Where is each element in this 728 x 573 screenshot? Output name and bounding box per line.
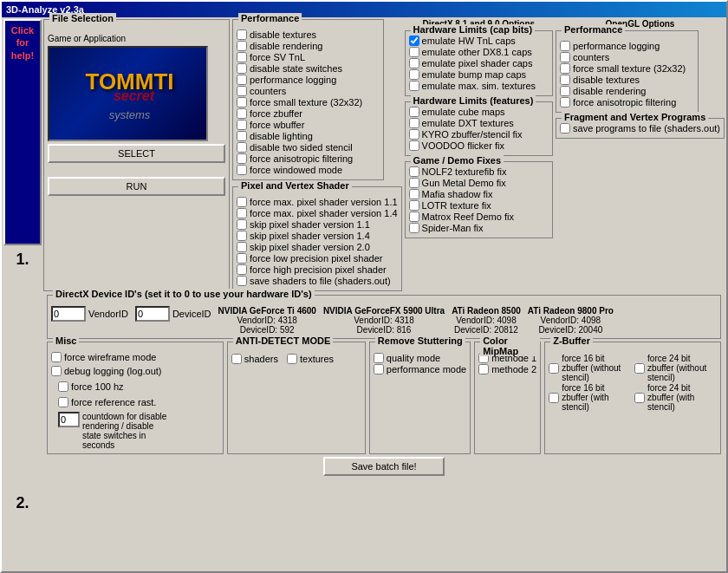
checkbox-11[interactable] [237, 153, 247, 164]
checkbox-10[interactable] [237, 142, 247, 153]
right-content: File Selection Game or Application TOMMT… [43, 19, 725, 570]
checkbox-4[interactable] [560, 86, 570, 96]
run-button[interactable]: RUN [48, 177, 225, 196]
checkbox-1[interactable] [409, 178, 419, 188]
fragment-group: Fragment and Vertex Programs save progra… [556, 118, 725, 139]
checkbox-5[interactable] [237, 86, 247, 96]
select-button[interactable]: SELECT [48, 144, 225, 163]
checkbox-3[interactable] [409, 69, 419, 80]
misc-wireframe: force wireframe mode [51, 352, 162, 362]
anti-detect-textures-cb[interactable] [287, 354, 297, 364]
checkbox-0[interactable] [560, 41, 570, 51]
list-item: force max. pixel shader version 1.4 [237, 208, 398, 218]
stutter-perf-cb[interactable] [374, 364, 384, 374]
misc-title: Misc [53, 335, 79, 346]
vendor-id-input[interactable] [51, 306, 86, 322]
checkbox-6[interactable] [237, 97, 247, 107]
checkbox-1[interactable] [560, 52, 570, 62]
list-item: performance logging [560, 41, 694, 51]
checkbox-label: disable state switches [250, 63, 342, 74]
list-item: force zbuffer [237, 108, 380, 119]
zbuffer-16-nostencil-label: force 16 bit zbuffer (without stencil) [562, 354, 631, 382]
anti-detect-shaders-cb[interactable] [231, 354, 242, 364]
checkbox-7[interactable] [237, 276, 247, 286]
checkbox-2[interactable] [409, 58, 419, 68]
checkbox-5[interactable] [409, 223, 419, 233]
device-field: DeviceID [135, 306, 211, 322]
misc-refref-cb[interactable] [58, 397, 68, 407]
checkbox-3[interactable] [409, 140, 419, 151]
checkbox-4[interactable] [409, 212, 419, 222]
list-item: emulate cube maps [409, 107, 549, 117]
list-item: force small texture (32x32) [237, 97, 380, 107]
checkbox-6[interactable] [237, 264, 247, 275]
checkbox-4[interactable] [237, 242, 247, 252]
misc-wireframe-cb[interactable] [51, 352, 62, 362]
checkbox-label: KYRO zbuffer/stencil fix [422, 129, 523, 140]
save-batch-button[interactable]: Save batch file! [323, 457, 444, 476]
checkbox-0[interactable] [237, 29, 247, 40]
checkbox-3[interactable] [560, 75, 570, 85]
checkbox-2[interactable] [409, 129, 419, 140]
pixel-shader-title: Pixel and Vertex Shader [238, 180, 352, 191]
checkbox-label: force small texture (32x32) [250, 97, 362, 107]
checkbox-0[interactable] [409, 166, 419, 177]
remove-stutter-inner: quality mode performance mode [374, 353, 466, 374]
countdown-input[interactable] [58, 412, 80, 427]
device-id-input[interactable] [135, 306, 170, 322]
mipmap-method2: methode 2 [478, 364, 536, 374]
checkbox-3[interactable] [409, 200, 419, 211]
zbuffer-inner: force 16 bit zbuffer (without stencil) f… [549, 353, 717, 413]
checkbox-3[interactable] [237, 231, 247, 241]
checkbox-0[interactable] [237, 197, 247, 207]
checkbox-2[interactable] [237, 52, 247, 62]
checkbox-9[interactable] [237, 131, 247, 141]
checkbox-8[interactable] [237, 120, 247, 130]
checkbox-1[interactable] [409, 47, 419, 57]
zbuffer-16-stencil: force 16 bit zbuffer (with stencil) [549, 383, 631, 412]
checkbox-7[interactable] [237, 108, 247, 119]
misc-debug-cb[interactable] [51, 366, 62, 376]
performance-title: Performance [238, 13, 302, 23]
stutter-quality-cb[interactable] [374, 353, 384, 363]
checkbox-12[interactable] [237, 165, 247, 175]
checkbox-4[interactable] [409, 81, 419, 91]
directx-panel: DirectX 8.1 and 9.0 Options Hardware Lim… [405, 19, 553, 291]
checkbox-1[interactable] [237, 41, 247, 51]
checkbox-0[interactable] [409, 36, 419, 46]
list-item: disable lighting [237, 131, 380, 141]
checkbox-0[interactable] [560, 123, 570, 133]
list-item: NOLF2 texturefib fix [409, 166, 549, 177]
checkbox-0[interactable] [409, 107, 419, 117]
checkbox-label: force low precision pixel shader [250, 253, 382, 264]
zbuffer-24-nostencil-cb[interactable] [634, 363, 645, 374]
misc-debug-label: debug logging (log.out) [64, 366, 162, 376]
misc-100hz-cb[interactable] [58, 381, 68, 392]
zbuffer-24-stencil-cb[interactable] [634, 393, 645, 403]
help-button[interactable]: Click for help! [3, 19, 42, 245]
device-col1: NVIDIA GeForce Ti 4600 VendorID: 4318 De… [218, 306, 316, 335]
checkbox-label: Mafia shadow fix [422, 189, 493, 199]
checkbox-2[interactable] [560, 63, 570, 74]
device-label: DeviceID [172, 309, 211, 319]
checkbox-3[interactable] [237, 63, 247, 74]
fragment-checkboxes: save programs to file (shaders.out) [560, 123, 720, 133]
checkbox-5[interactable] [237, 253, 247, 264]
checkbox-label: Matrox Reef Demo fix [422, 212, 514, 222]
checkbox-2[interactable] [409, 189, 419, 199]
bottom-section: DirectX Device ID's (set it to 0 to use … [43, 293, 725, 480]
checkbox-4[interactable] [237, 75, 247, 85]
mipmap-method2-cb[interactable] [478, 364, 489, 374]
checkbox-2[interactable] [237, 219, 247, 230]
zbuffer-16-stencil-cb[interactable] [549, 393, 559, 403]
list-item: emulate DXT textures [409, 118, 549, 128]
zbuffer-group: Z-Buffer force 16 bit zbuffer (without s… [544, 342, 721, 454]
pixel-shader-group: Pixel and Vertex Shader force max. pixel… [232, 186, 402, 291]
checkbox-5[interactable] [560, 97, 570, 107]
list-item: force SV TnL [237, 52, 380, 62]
zbuffer-16-nostencil-cb[interactable] [549, 363, 559, 374]
checkbox-1[interactable] [409, 118, 419, 128]
checkbox-label: force high precision pixel shader [250, 264, 387, 275]
checkbox-1[interactable] [237, 208, 247, 218]
list-item: force small texture (32x32) [560, 63, 694, 74]
